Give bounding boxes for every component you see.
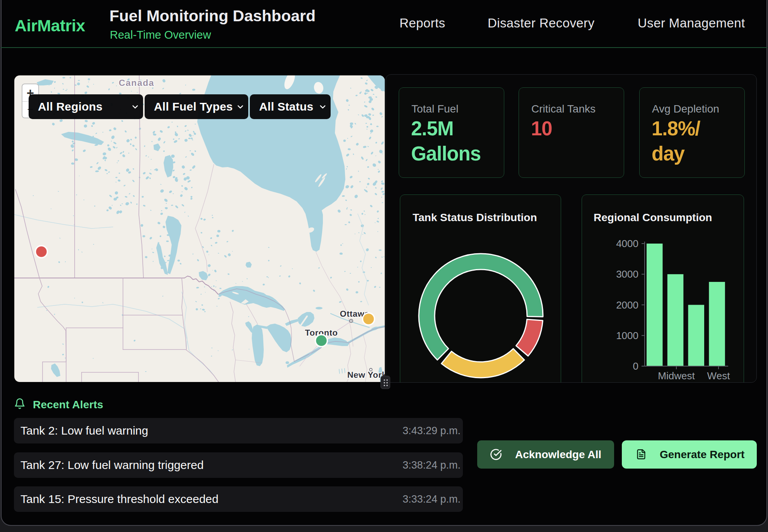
svg-text:1000: 1000	[616, 330, 638, 341]
svg-text:Canada: Canada	[119, 78, 154, 88]
svg-text:4000: 4000	[616, 238, 638, 249]
svg-text:West: West	[707, 370, 730, 382]
svg-text:2000: 2000	[616, 299, 638, 311]
svg-text:Midwest: Midwest	[658, 370, 695, 382]
svg-text:New York: New York	[347, 370, 385, 380]
svg-text:3000: 3000	[616, 268, 638, 280]
svg-text:0: 0	[633, 360, 638, 372]
